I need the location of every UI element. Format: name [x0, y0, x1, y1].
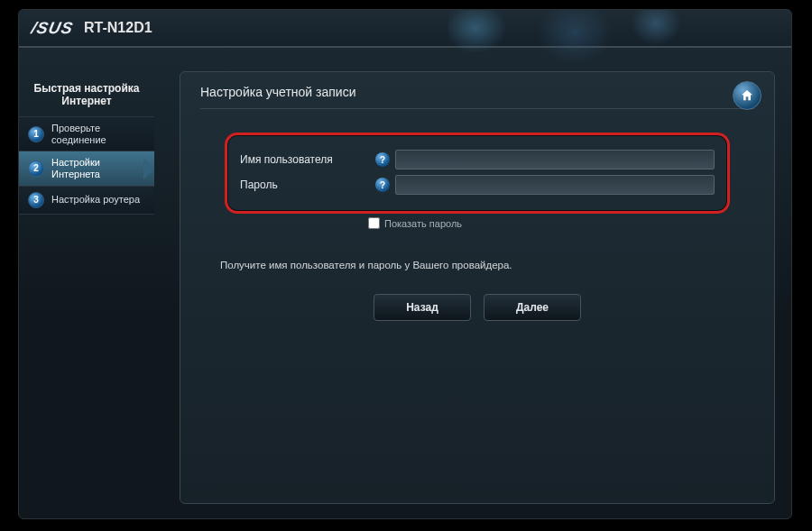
- button-row: Назад Далее: [200, 294, 754, 321]
- step-label: Настройки Интернета: [51, 157, 147, 179]
- account-panel: Настройка учетной записи Имя пользовател…: [180, 71, 775, 504]
- password-input[interactable]: [395, 175, 715, 195]
- step-number-icon: 1: [28, 126, 44, 142]
- password-row: Пароль ?: [240, 175, 715, 195]
- step-check-connection[interactable]: 1 Проверьте соединение: [19, 116, 154, 151]
- home-button[interactable]: [733, 81, 761, 110]
- username-input[interactable]: [395, 150, 715, 169]
- show-password-label: Показать пароль: [384, 218, 462, 229]
- step-internet-settings[interactable]: 2 Настройки Интернета: [19, 151, 154, 185]
- username-label: Имя пользователя: [240, 153, 375, 166]
- password-label: Пароль: [240, 179, 375, 191]
- help-icon[interactable]: ?: [375, 152, 390, 167]
- show-password-checkbox[interactable]: [368, 217, 380, 229]
- sidebar-title: Быстрая настройка Интернет: [19, 82, 154, 116]
- main-area: Настройка учетной записи Имя пользовател…: [154, 48, 791, 518]
- header-bar: /SUS RT-N12D1: [19, 10, 791, 48]
- panel-title: Настройка учетной записи: [200, 85, 754, 109]
- back-button[interactable]: Назад: [374, 294, 471, 321]
- provider-note: Получите имя пользователя и пароль у Ваш…: [220, 260, 754, 270]
- highlight-box: Имя пользователя ? Пароль ?: [225, 133, 730, 214]
- brand-text: /SUS: [30, 19, 75, 38]
- username-row: Имя пользователя ?: [240, 150, 715, 169]
- step-router-settings[interactable]: 3 Настройка роутера: [19, 186, 154, 215]
- step-label: Настройка роутера: [51, 194, 140, 206]
- sidebar: Быстрая настройка Интернет 1 Проверьте с…: [19, 48, 154, 518]
- show-password-row: Показать пароль: [368, 217, 754, 229]
- home-icon: [740, 88, 754, 103]
- step-label: Проверьте соединение: [51, 123, 147, 145]
- step-number-icon: 2: [28, 160, 44, 177]
- step-number-icon: 3: [28, 192, 44, 208]
- help-icon[interactable]: ?: [375, 178, 390, 192]
- model-name: RT-N12D1: [84, 20, 152, 36]
- next-button[interactable]: Далее: [484, 294, 581, 321]
- body: Быстрая настройка Интернет 1 Проверьте с…: [19, 48, 791, 518]
- brand-logo: /SUS: [32, 19, 73, 38]
- app-window: /SUS RT-N12D1 Быстрая настройка Интернет…: [18, 9, 792, 519]
